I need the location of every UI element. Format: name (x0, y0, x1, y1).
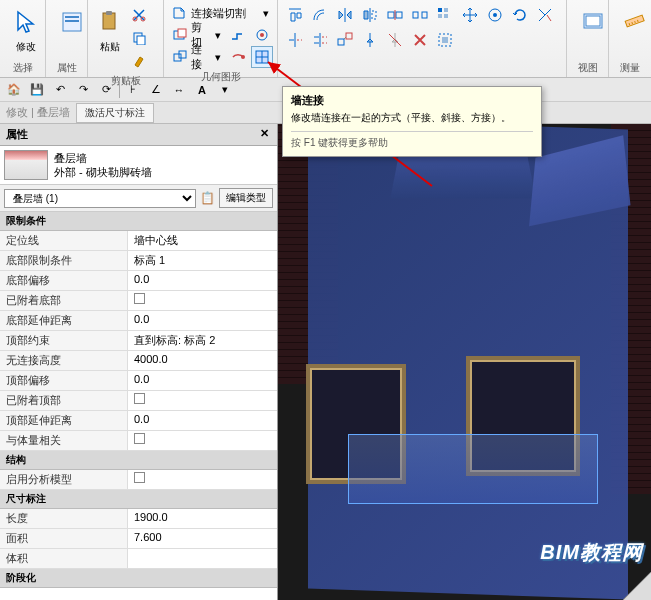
group-props: 属性 (50, 59, 83, 75)
property-row[interactable]: 面积7.600 (0, 529, 277, 549)
rotate-icon[interactable] (509, 4, 531, 26)
mirror-pick-icon[interactable] (359, 4, 381, 26)
tooltip-hint: 按 F1 键获得更多帮助 (291, 131, 533, 150)
svg-rect-1 (65, 16, 79, 18)
svg-point-12 (260, 33, 264, 37)
join-button[interactable]: 连接▾ (168, 46, 225, 68)
trim-icon[interactable] (534, 4, 556, 26)
scale-icon[interactable] (334, 29, 356, 51)
filter-select[interactable]: 叠层墙 (1) (4, 189, 196, 208)
split-gap-icon[interactable] (409, 4, 431, 26)
svg-rect-33 (625, 15, 644, 27)
trim-multi-icon[interactable] (309, 29, 331, 51)
type-selector[interactable]: 叠层墙 外部 - 砌块勒脚砖墙 (0, 146, 277, 185)
mirror-axis-icon[interactable] (334, 4, 356, 26)
trim-single-icon[interactable] (284, 29, 306, 51)
text-icon[interactable]: A (192, 80, 212, 100)
svg-rect-22 (444, 8, 448, 12)
tooltip-title: 墙连接 (291, 93, 533, 108)
svg-rect-18 (396, 12, 402, 18)
group-measure: 测量 (613, 59, 647, 75)
move-icon[interactable] (459, 4, 481, 26)
offset-icon[interactable] (309, 4, 331, 26)
align-icon[interactable] (284, 4, 306, 26)
watermark: BIM教程网 (540, 539, 643, 566)
home-icon[interactable]: 🏠 (4, 80, 24, 100)
property-row[interactable]: 启用分析模型 (0, 470, 277, 490)
breadcrumb: 修改 | 叠层墙 (6, 105, 70, 120)
copy-button[interactable] (128, 27, 150, 49)
property-grid: 限制条件定位线墙中心线底部限制条件标高 1底部偏移0.0已附着底部底部延伸距离0… (0, 212, 277, 600)
svg-rect-2 (65, 20, 79, 22)
cursor-icon (10, 6, 42, 38)
delete-icon[interactable] (409, 29, 431, 51)
copy-mod-icon[interactable] (484, 4, 506, 26)
group-select: 选择 (4, 59, 41, 75)
property-row[interactable]: 底部限制条件标高 1 (0, 251, 277, 271)
tooltip: 墙连接 修改墙连接在一起的方式（平接、斜接、方接）。 按 F1 键获得更多帮助 (282, 86, 542, 157)
dropdown-icon[interactable]: ▾ (215, 80, 235, 100)
save-icon[interactable]: 💾 (27, 80, 47, 100)
svg-rect-19 (413, 12, 418, 18)
notch2-icon[interactable] (251, 24, 273, 46)
unpin-icon[interactable] (384, 29, 406, 51)
angle-icon[interactable]: ∠ (146, 80, 166, 100)
svg-rect-27 (338, 39, 344, 45)
modify-tool[interactable]: 修改 (4, 2, 48, 58)
group-icon[interactable] (434, 29, 456, 51)
demolish-icon[interactable] (227, 46, 249, 68)
array-icon[interactable] (434, 4, 456, 26)
property-row[interactable]: 底部偏移0.0 (0, 271, 277, 291)
close-icon[interactable]: ✕ (257, 127, 271, 142)
cut-button[interactable] (128, 4, 150, 26)
match-button[interactable] (128, 50, 150, 72)
tooltip-desc: 修改墙连接在一起的方式（平接、斜接、方接）。 (291, 111, 533, 125)
svg-rect-4 (106, 11, 112, 15)
property-row[interactable]: 底部延伸距离0.0 (0, 311, 277, 331)
property-row[interactable]: 与体量相关 (0, 431, 277, 451)
edit-type-button[interactable]: 编辑类型 (219, 188, 273, 208)
property-row[interactable]: 已附着底部 (0, 291, 277, 311)
redo-icon[interactable]: ↷ (73, 80, 93, 100)
property-row[interactable]: 已附着顶部 (0, 391, 277, 411)
svg-rect-32 (586, 16, 600, 26)
viewport-3d[interactable]: BIM教程网 (278, 124, 651, 600)
property-row[interactable]: 顶部偏移0.0 (0, 371, 277, 391)
svg-point-15 (241, 55, 245, 59)
pin-icon[interactable] (359, 29, 381, 51)
svg-rect-20 (422, 12, 427, 18)
selection-box (348, 434, 598, 504)
undo-icon[interactable]: ↶ (50, 80, 70, 100)
sync-icon[interactable]: ⟳ (96, 80, 116, 100)
wall-joins-button[interactable] (251, 46, 273, 68)
notch1-icon[interactable] (227, 24, 249, 46)
property-row[interactable]: 顶部约束直到标高: 标高 2 (0, 331, 277, 351)
svg-rect-21 (438, 8, 442, 12)
view-icon (577, 6, 609, 38)
page-curl (623, 572, 651, 600)
svg-rect-8 (137, 36, 145, 45)
property-row[interactable]: 定位线墙中心线 (0, 231, 277, 251)
property-row[interactable]: 顶部延伸距离0.0 (0, 411, 277, 431)
svg-rect-3 (103, 13, 115, 29)
activate-dims-button[interactable]: 激活尺寸标注 (76, 103, 154, 123)
cope-button[interactable]: 连接端切割▾ (168, 2, 273, 24)
split-icon[interactable] (384, 4, 406, 26)
type-subname: 外部 - 砌块勒脚砖墙 (54, 165, 273, 179)
type-name: 叠层墙 (54, 151, 273, 165)
align-icon[interactable]: ⊦ (123, 80, 143, 100)
measure-button[interactable] (613, 2, 651, 42)
svg-rect-17 (388, 12, 394, 18)
paste-button[interactable]: 粘贴 (92, 2, 128, 72)
properties-icon (56, 6, 88, 38)
svg-point-26 (493, 13, 497, 17)
ribbon: 修改 选择 属性 粘贴 剪贴板 连接端切割▾ 剪切▾ (0, 0, 651, 78)
dim-icon[interactable]: ↔ (169, 80, 189, 100)
edit-type-icon: 📋 (200, 191, 215, 205)
property-row[interactable]: 无连接高度4000.0 (0, 351, 277, 371)
type-thumbnail (4, 150, 48, 180)
property-row[interactable]: 体积 (0, 549, 277, 569)
property-row[interactable]: 长度1900.0 (0, 509, 277, 529)
paste-icon (94, 6, 126, 38)
properties-palette: 属性 ✕ 叠层墙 外部 - 砌块勒脚砖墙 叠层墙 (1) 📋 编辑类型 限制条件… (0, 124, 278, 600)
